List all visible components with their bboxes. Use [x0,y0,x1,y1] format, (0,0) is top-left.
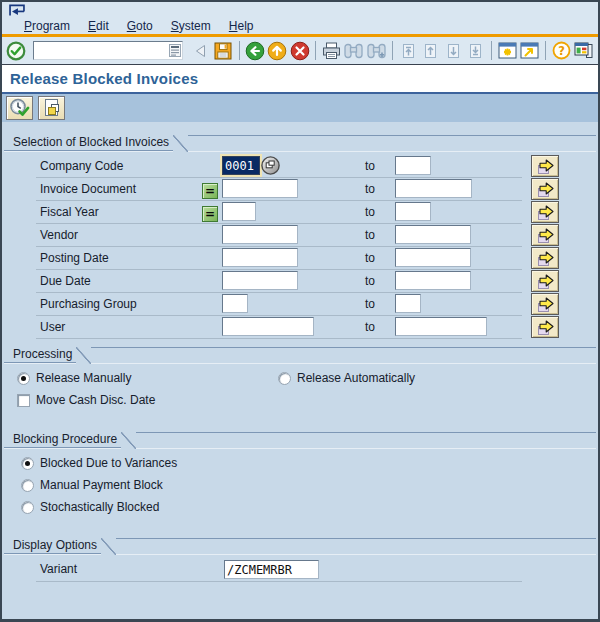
multiple-selection-button[interactable] [531,201,559,223]
cancel-icon [290,41,310,61]
to-label: to [365,251,375,265]
new-session-button[interactable] [496,39,519,63]
radio-manual-payment-block[interactable]: Manual Payment Block [21,478,163,492]
standard-toolbar: ? [2,37,598,65]
processing-checkbox-row: Move Cash Disc. Date [4,389,596,411]
multiple-selection-button[interactable] [531,224,559,246]
icon-slot [202,158,220,175]
due-date-from-input[interactable] [222,271,298,290]
to-label: to [365,274,375,288]
variant-input[interactable] [224,560,319,579]
checkbox-move-cash-disc-date[interactable]: Move Cash Disc. Date [17,393,155,407]
get-variant-icon [42,98,62,118]
screen-icon[interactable] [7,4,27,17]
execute-button[interactable] [6,96,33,120]
invoice-document-from-input[interactable] [222,179,298,198]
fiscal-year-from-input[interactable] [222,202,256,221]
group-tab-diagonal [101,537,116,554]
command-list-icon [169,44,181,57]
icon-slot [202,296,220,313]
icon-slot [202,319,220,336]
save-button[interactable] [212,39,235,63]
group-header: Blocking Procedure [4,431,596,448]
exit-button[interactable] [266,39,289,63]
matchcode-button[interactable] [261,156,280,175]
fiscal-year-to-input[interactable] [395,202,431,221]
group-blocking-procedure: Blocking Procedure Blocked Due to Varian… [4,431,596,518]
menu-system[interactable]: System [162,18,220,34]
multiple-selection-button[interactable] [531,293,559,315]
back-button[interactable] [244,39,267,63]
field-label: Fiscal Year [40,205,99,219]
vendor-from-input[interactable] [222,225,298,244]
menu-help[interactable]: Help [220,18,263,34]
multiple-selection-button[interactable] [531,316,559,338]
menu-goto[interactable]: Goto [118,18,162,34]
field-label: Posting Date [40,251,109,265]
multiple-selection-button[interactable] [531,155,559,177]
posting-date-to-input[interactable] [395,248,471,267]
invoice-document-to-input[interactable] [395,179,472,198]
from-field-wrap [222,156,280,175]
posting-date-from-input[interactable] [222,248,298,267]
multiple-selection-button[interactable] [531,270,559,292]
menu-edit[interactable]: Edit [79,18,118,34]
multi-select-icon [536,319,555,336]
checkbox-label: Move Cash Disc. Date [36,393,155,407]
equals-selection-icon[interactable]: = [202,204,220,221]
command-input[interactable] [36,43,169,58]
multiple-selection-button[interactable] [531,178,559,200]
multiple-selection-button[interactable] [531,247,559,269]
field-label: Invoice Document [40,182,136,196]
radio-stochastically-blocked[interactable]: Stochastically Blocked [21,500,159,514]
group-top-line [116,538,596,554]
to-label: to [365,228,375,242]
company-code-to-input[interactable] [395,156,431,175]
equals-selection-icon[interactable]: = [202,181,220,198]
purchasing-group-from-input[interactable] [222,294,248,313]
group-processing: Processing Release ManuallyRelease Autom… [4,346,596,411]
group-header: Processing [4,346,596,363]
title-bar: Release Blocked Invoices [2,65,598,94]
get-variant-button[interactable] [38,96,65,120]
customize-layout-button[interactable] [573,39,596,63]
radio-release-manually[interactable]: Release Manually [17,371,131,385]
group-title: Blocking Procedure [4,431,121,448]
selection-row-due-date: Due Dateto [4,270,596,293]
group-title: Display Options [4,537,101,554]
radio-icon [21,457,34,470]
vendor-to-input[interactable] [395,225,471,244]
from-field-wrap [222,294,248,313]
from-field-wrap [222,248,298,267]
multi-select-icon [536,273,555,290]
cancel-button[interactable] [289,39,312,63]
application-toolbar [2,94,598,123]
group-header: Display Options [4,537,596,554]
from-field-wrap [222,225,298,244]
icon-slot [202,227,220,244]
create-shortcut-button[interactable] [518,39,541,63]
collapse-command-field-button[interactable] [190,39,213,63]
find-icon [344,43,363,59]
help-button[interactable]: ? [550,39,573,63]
radio-blocked-due-to-variances[interactable]: Blocked Due to Variances [21,456,177,470]
field-label: Purchasing Group [40,297,137,311]
field-label: Company Code [40,159,123,173]
print-button[interactable] [320,39,343,63]
blocking-radio-row: Blocked Due to Variances [4,452,596,474]
menu-program[interactable]: Program [15,18,79,34]
window-top-strip [2,2,598,17]
next-page-button [442,39,465,63]
company-code-from-input[interactable] [222,156,260,175]
checkbox-icon [17,394,30,407]
selection-screen: Selection of Blocked Invoices Company Co… [2,123,598,619]
find-button [343,39,366,63]
purchasing-group-to-input[interactable] [395,294,421,313]
radio-release-automatically[interactable]: Release Automatically [278,371,415,385]
due-date-to-input[interactable] [395,271,471,290]
selection-row-vendor: Vendorto [4,224,596,247]
enter-button[interactable] [5,39,28,63]
selection-row-fiscal-year: Fiscal Year=to [4,201,596,224]
user-to-input[interactable] [395,317,487,336]
user-from-input[interactable] [222,317,314,336]
